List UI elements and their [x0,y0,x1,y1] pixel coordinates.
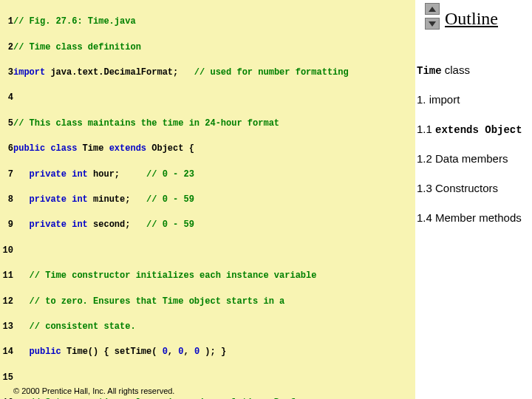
note-constructors: 1.3 Constructors [417,182,498,194]
code-line: 2// Time class definition [0,41,415,54]
code-line: 12 // to zero. Ensures that Time object … [0,296,415,308]
code-line: 10 [0,245,415,257]
outline-heading: Outline [445,9,498,29]
code-line: 7 private int hour; // 0 - 23 [0,168,415,181]
nav-up-button[interactable] [425,3,440,15]
nav-down-button[interactable] [425,18,440,30]
code-panel: 1// Fig. 27.6: Time.java 2// Time class … [0,0,415,399]
code-line: 13 // consistent state. [0,321,415,333]
code-listing: 1// Fig. 27.6: Time.java 2// Time class … [0,3,415,399]
triangle-up-icon [429,7,436,12]
slide: 1// Fig. 27.6: Time.java 2// Time class … [0,0,532,399]
code-line: 4 [0,92,415,104]
copyright-footer: © 2000 Prentice Hall, Inc. All rights re… [13,386,174,397]
code-line: 15 [0,372,415,384]
code-line: 8 private int minute; // 0 - 59 [0,194,415,206]
code-line: 5// This class maintains the time in 24-… [0,117,415,130]
code-line: 14 public Time() { setTime( 0, 0, 0 ); } [0,346,415,358]
code-line: 9 private int second; // 0 - 59 [0,219,415,231]
outline-panel: Outline Time class 1. import 1.1 extends… [415,0,532,399]
note-member-methods: 1.4 Member methods [417,211,522,224]
code-line: 6public class Time extends Object { [0,143,415,155]
triangle-down-icon [429,21,436,27]
note-extends: 1.1 extends Object [417,123,522,136]
code-line: 1// Fig. 27.6: Time.java [0,16,415,28]
code-line: 3import java.text.DecimalFormat; // used… [0,66,415,79]
note-data-members: 1.2 Data members [417,152,508,165]
note-time-class: Time class [417,64,470,77]
note-import: 1. import [417,93,460,106]
code-line: 11 // Time constructor initializes each … [0,270,415,282]
